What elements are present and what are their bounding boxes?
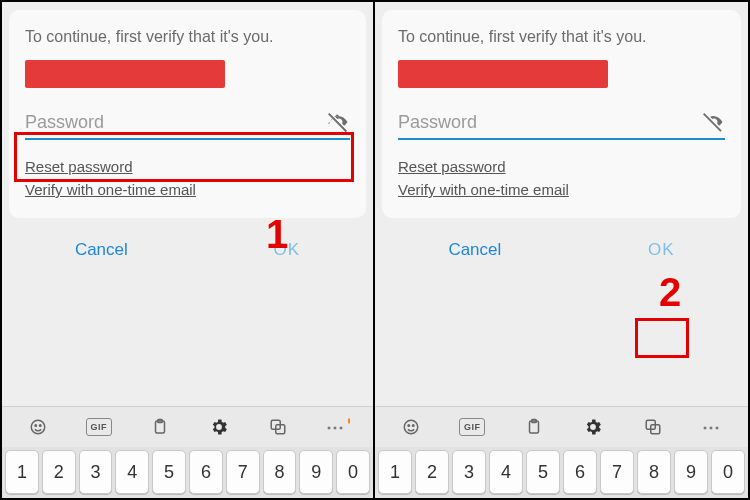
gear-icon[interactable] [582, 416, 604, 438]
keyboard-toolbar: GIF ⋯ 1 2 3 4 5 6 7 8 9 0 [2, 406, 373, 498]
reset-password-link[interactable]: Reset password [25, 158, 133, 175]
gif-icon[interactable]: GIF [86, 418, 112, 436]
highlight-ok-box [635, 318, 689, 358]
key-5[interactable]: 5 [152, 450, 186, 494]
dialog-prompt: To continue, first verify that it's you. [398, 28, 725, 46]
visibility-off-icon[interactable] [701, 110, 725, 134]
svg-point-8 [408, 425, 410, 427]
password-input[interactable] [25, 112, 326, 133]
ok-button[interactable]: OK [264, 236, 311, 264]
cancel-button[interactable]: Cancel [438, 236, 511, 264]
tutorial-two-panel: To continue, first verify that it's you.… [0, 0, 750, 500]
key-8[interactable]: 8 [263, 450, 297, 494]
one-time-email-link[interactable]: Verify with one-time email [25, 181, 196, 198]
redacted-account [25, 60, 225, 88]
key-2[interactable]: 2 [42, 450, 76, 494]
svg-point-9 [412, 425, 414, 427]
key-1[interactable]: 1 [378, 450, 412, 494]
key-7[interactable]: 7 [226, 450, 260, 494]
password-field-row[interactable] [398, 104, 725, 140]
more-icon[interactable]: ⋯ [326, 416, 348, 438]
key-4[interactable]: 4 [115, 450, 149, 494]
key-3[interactable]: 3 [452, 450, 486, 494]
keyboard-toolbar: GIF ⋯ 1 2 3 4 5 6 7 8 9 0 [375, 406, 748, 498]
dialog-prompt: To continue, first verify that it's you. [25, 28, 350, 46]
sticker-icon[interactable] [400, 416, 422, 438]
key-3[interactable]: 3 [79, 450, 113, 494]
svg-point-1 [35, 425, 37, 427]
svg-point-7 [404, 420, 418, 434]
key-5[interactable]: 5 [526, 450, 560, 494]
key-0[interactable]: 0 [336, 450, 370, 494]
key-1[interactable]: 1 [5, 450, 39, 494]
clipboard-icon[interactable] [149, 416, 171, 438]
key-6[interactable]: 6 [189, 450, 223, 494]
reset-password-link[interactable]: Reset password [398, 158, 506, 175]
password-input[interactable] [398, 112, 701, 133]
translate-icon[interactable] [267, 416, 289, 438]
key-8[interactable]: 8 [637, 450, 671, 494]
verify-dialog: To continue, first verify that it's you.… [9, 10, 366, 218]
verify-dialog: To continue, first verify that it's you.… [382, 10, 741, 218]
sticker-icon[interactable] [27, 416, 49, 438]
key-0[interactable]: 0 [711, 450, 745, 494]
one-time-email-link[interactable]: Verify with one-time email [398, 181, 569, 198]
cancel-button[interactable]: Cancel [65, 236, 138, 264]
key-7[interactable]: 7 [600, 450, 634, 494]
gear-icon[interactable] [208, 416, 230, 438]
visibility-off-icon[interactable] [326, 110, 350, 134]
dialog-actions: Cancel OK [375, 218, 748, 280]
translate-icon[interactable] [642, 416, 664, 438]
dialog-actions: Cancel OK [2, 218, 373, 280]
clipboard-icon[interactable] [523, 416, 545, 438]
ok-button[interactable]: OK [638, 236, 685, 264]
key-9[interactable]: 9 [674, 450, 708, 494]
number-row: 1 2 3 4 5 6 7 8 9 0 [375, 447, 748, 498]
redacted-account [398, 60, 608, 88]
step-1-pane: To continue, first verify that it's you.… [2, 2, 375, 498]
password-field-row[interactable] [25, 104, 350, 140]
key-6[interactable]: 6 [563, 450, 597, 494]
key-2[interactable]: 2 [415, 450, 449, 494]
key-9[interactable]: 9 [299, 450, 333, 494]
svg-point-2 [39, 425, 41, 427]
key-4[interactable]: 4 [489, 450, 523, 494]
more-icon[interactable]: ⋯ [701, 416, 723, 438]
svg-point-0 [31, 420, 45, 434]
step-2-pane: To continue, first verify that it's you.… [375, 2, 748, 498]
number-row: 1 2 3 4 5 6 7 8 9 0 [2, 447, 373, 498]
gif-icon[interactable]: GIF [459, 418, 485, 436]
